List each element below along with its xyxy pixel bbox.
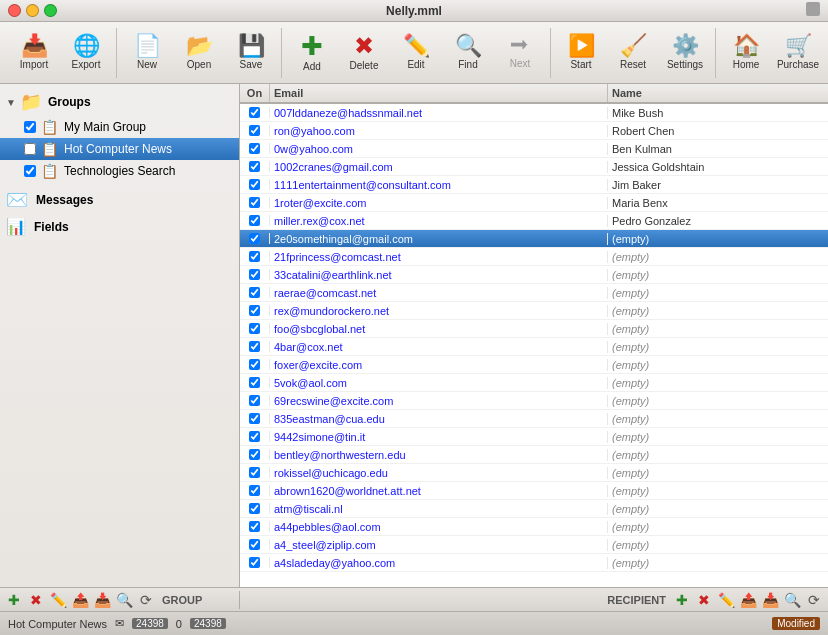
row-checkbox[interactable] bbox=[249, 341, 260, 352]
table-row[interactable]: 69recswine@excite.com (empty) bbox=[240, 392, 828, 410]
save-button[interactable]: 💾 Save bbox=[225, 28, 277, 78]
table-row[interactable]: 9442simone@tin.it (empty) bbox=[240, 428, 828, 446]
table-row[interactable]: 33catalini@earthlink.net (empty) bbox=[240, 266, 828, 284]
maximize-button[interactable] bbox=[44, 4, 57, 17]
row-checkbox[interactable] bbox=[249, 197, 260, 208]
row-checkbox[interactable] bbox=[249, 305, 260, 316]
bottom-forward-left-button[interactable]: ⟳ bbox=[136, 591, 156, 609]
bottom-edit-recipient-button[interactable]: ✏️ bbox=[716, 591, 736, 609]
table-row[interactable]: abrown1620@worldnet.att.net (empty) bbox=[240, 482, 828, 500]
delete-button[interactable]: ✖ Delete bbox=[338, 28, 390, 78]
table-row[interactable]: 835eastman@cua.edu (empty) bbox=[240, 410, 828, 428]
settings-button[interactable]: ⚙️ Settings bbox=[659, 28, 711, 78]
bottom-import-left-button[interactable]: 📥 bbox=[92, 591, 112, 609]
table-row[interactable]: atm@tiscali.nl (empty) bbox=[240, 500, 828, 518]
table-row[interactable]: foo@sbcglobal.net (empty) bbox=[240, 320, 828, 338]
table-row[interactable]: foxer@excite.com (empty) bbox=[240, 356, 828, 374]
new-button[interactable]: 📄 New bbox=[121, 28, 173, 78]
row-checkbox[interactable] bbox=[249, 539, 260, 550]
table-body[interactable]: 007lddaneze@hadssnmail.net Mike Bush ron… bbox=[240, 104, 828, 587]
sidebar-item-technologies-search[interactable]: 📋 Technologies Search bbox=[0, 160, 239, 182]
next-button[interactable]: ⮕ Next bbox=[494, 28, 546, 78]
find-button[interactable]: 🔍 Find bbox=[442, 28, 494, 78]
row-checkbox[interactable] bbox=[249, 107, 260, 118]
bottom-add-recipient-button[interactable]: ✚ bbox=[672, 591, 692, 609]
table-row[interactable]: 2e0somethingal@gmail.com (empty) bbox=[240, 230, 828, 248]
bottom-remove-group-button[interactable]: ✖ bbox=[26, 591, 46, 609]
my-main-group-checkbox[interactable] bbox=[24, 121, 36, 133]
table-row[interactable]: miller.rex@cox.net Pedro Gonzalez bbox=[240, 212, 828, 230]
table-row[interactable]: 1roter@excite.com Maria Benx bbox=[240, 194, 828, 212]
bottom-edit-group-button[interactable]: ✏️ bbox=[48, 591, 68, 609]
row-checkbox[interactable] bbox=[249, 503, 260, 514]
row-checkbox[interactable] bbox=[249, 251, 260, 262]
row-checkbox[interactable] bbox=[249, 125, 260, 136]
start-button[interactable]: ▶️ Start bbox=[555, 28, 607, 78]
bottom-find-right-button[interactable]: 🔍 bbox=[782, 591, 802, 609]
table-row[interactable]: 0w@yahoo.com Ben Kulman bbox=[240, 140, 828, 158]
bottom-forward-right-button[interactable]: ⟳ bbox=[804, 591, 824, 609]
table-row[interactable]: 1002cranes@gmail.com Jessica Goldshtain bbox=[240, 158, 828, 176]
row-checkbox[interactable] bbox=[249, 233, 260, 244]
groups-header[interactable]: ▼ 📁 Groups bbox=[0, 88, 239, 116]
row-checkbox[interactable] bbox=[249, 557, 260, 568]
help-button[interactable]: ❓ Help bbox=[824, 28, 828, 78]
sidebar-fields[interactable]: 📊 Fields bbox=[0, 214, 239, 239]
row-checkbox[interactable] bbox=[249, 449, 260, 460]
bottom-import-right-button[interactable]: 📥 bbox=[760, 591, 780, 609]
sidebar-item-my-main-group[interactable]: 📋 My Main Group bbox=[0, 116, 239, 138]
technologies-search-checkbox[interactable] bbox=[24, 165, 36, 177]
table-row[interactable]: 1111entertainment@consultant.com Jim Bak… bbox=[240, 176, 828, 194]
table-row[interactable]: rokissel@uchicago.edu (empty) bbox=[240, 464, 828, 482]
row-checkbox[interactable] bbox=[249, 287, 260, 298]
table-row[interactable]: a4_steel@ziplip.com (empty) bbox=[240, 536, 828, 554]
add-button[interactable]: ✚ Add bbox=[286, 28, 338, 78]
reset-button[interactable]: 🧹 Reset bbox=[607, 28, 659, 78]
row-checkbox[interactable] bbox=[249, 521, 260, 532]
export-button[interactable]: 🌐 Export bbox=[60, 28, 112, 78]
row-email: 33catalini@earthlink.net bbox=[270, 269, 608, 281]
edit-button[interactable]: ✏️ Edit bbox=[390, 28, 442, 78]
bottom-export-right-button[interactable]: 📤 bbox=[738, 591, 758, 609]
home-button[interactable]: 🏠 Home bbox=[720, 28, 772, 78]
table-row[interactable]: 007lddaneze@hadssnmail.net Mike Bush bbox=[240, 104, 828, 122]
bottom-remove-recipient-button[interactable]: ✖ bbox=[694, 591, 714, 609]
row-checkbox[interactable] bbox=[249, 377, 260, 388]
table-row[interactable]: rex@mundorockero.net (empty) bbox=[240, 302, 828, 320]
purchase-button[interactable]: 🛒 Purchase bbox=[772, 28, 824, 78]
table-row[interactable]: bentley@northwestern.edu (empty) bbox=[240, 446, 828, 464]
row-checkbox[interactable] bbox=[249, 395, 260, 406]
row-checkbox[interactable] bbox=[249, 323, 260, 334]
bottom-find-left-button[interactable]: 🔍 bbox=[114, 591, 134, 609]
row-checkbox-cell bbox=[240, 179, 270, 190]
row-checkbox[interactable] bbox=[249, 359, 260, 370]
table-row[interactable]: a44pebbles@aol.com (empty) bbox=[240, 518, 828, 536]
row-checkbox[interactable] bbox=[249, 269, 260, 280]
close-button[interactable] bbox=[8, 4, 21, 17]
bottom-add-group-button[interactable]: ✚ bbox=[4, 591, 24, 609]
table-row[interactable]: 5vok@aol.com (empty) bbox=[240, 374, 828, 392]
row-email: 2e0somethingal@gmail.com bbox=[270, 233, 608, 245]
row-checkbox[interactable] bbox=[249, 161, 260, 172]
import-button[interactable]: 📥 Import bbox=[8, 28, 60, 78]
sidebar-messages[interactable]: ✉️ Messages bbox=[0, 186, 239, 214]
bottom-export-left-button[interactable]: 📤 bbox=[70, 591, 90, 609]
row-checkbox[interactable] bbox=[249, 431, 260, 442]
table-row[interactable]: 4bar@cox.net (empty) bbox=[240, 338, 828, 356]
row-email: raerae@comcast.net bbox=[270, 287, 608, 299]
row-checkbox[interactable] bbox=[249, 215, 260, 226]
table-row[interactable]: 21fprincess@comcast.net (empty) bbox=[240, 248, 828, 266]
minimize-button[interactable] bbox=[26, 4, 39, 17]
sidebar-item-hot-computer-news[interactable]: 📋 Hot Computer News bbox=[0, 138, 239, 160]
open-button[interactable]: 📂 Open bbox=[173, 28, 225, 78]
table-row[interactable]: a4sladeday@yahoo.com (empty) bbox=[240, 554, 828, 572]
next-icon: ⮕ bbox=[510, 36, 530, 56]
row-checkbox[interactable] bbox=[249, 485, 260, 496]
table-row[interactable]: raerae@comcast.net (empty) bbox=[240, 284, 828, 302]
hot-computer-news-checkbox[interactable] bbox=[24, 143, 36, 155]
row-checkbox[interactable] bbox=[249, 467, 260, 478]
row-checkbox[interactable] bbox=[249, 179, 260, 190]
table-row[interactable]: ron@yahoo.com Robert Chen bbox=[240, 122, 828, 140]
row-checkbox[interactable] bbox=[249, 413, 260, 424]
row-checkbox[interactable] bbox=[249, 143, 260, 154]
